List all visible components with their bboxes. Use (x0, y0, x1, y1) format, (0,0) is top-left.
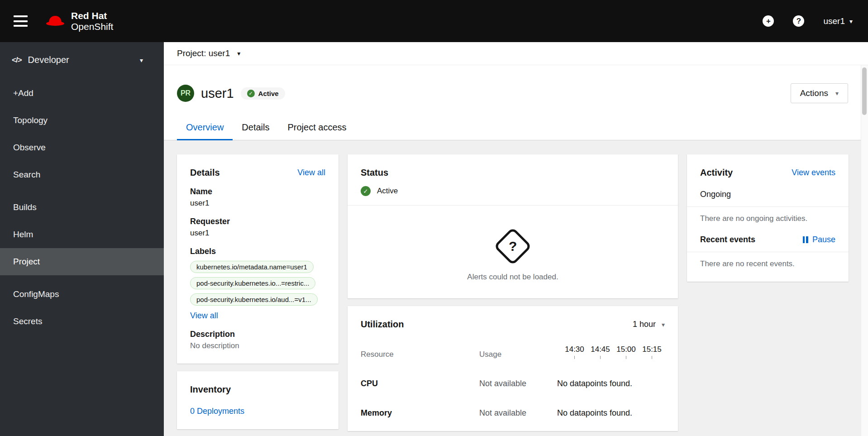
user-menu[interactable]: user1 ▾ (823, 16, 853, 26)
perspective-switcher[interactable]: </> Developer ▾ (0, 42, 164, 75)
sidebar-item-add[interactable]: +Add (0, 80, 164, 107)
resource-data: No datapoints found. (557, 408, 665, 418)
chevron-down-icon: ▾ (662, 321, 665, 328)
activity-card: Activity View events Ongoing There are n… (687, 154, 849, 282)
inventory-card: Inventory 0 Deployments (177, 371, 339, 429)
user-menu-label: user1 (823, 16, 845, 26)
overview-content: Details View all Name user1 Requester us… (164, 140, 868, 436)
brand-line2: OpenShift (71, 21, 113, 32)
utilization-card: Utilization 1 hour ▾ Resource Usage 14:3… (348, 306, 678, 431)
label-chip: kubernetes.io/metadata.name=user1 (190, 261, 314, 273)
sidebar-item-search[interactable]: Search (0, 161, 164, 188)
ongoing-title: Ongoing (700, 190, 835, 199)
redhat-openshift-logo: Red Hat OpenShift (45, 10, 113, 32)
alerts-message: Alerts could not be loaded. (467, 273, 558, 282)
scrollbar-thumb[interactable] (862, 67, 867, 115)
recent-events-row: Recent events Pause (700, 235, 835, 244)
time-tick: 14:45 (587, 345, 613, 359)
sidebar-item-helm[interactable]: Helm (0, 221, 164, 248)
sidebar-item-secrets[interactable]: Secrets (0, 308, 164, 335)
scrollbar-track[interactable] (861, 65, 868, 436)
pause-label: Pause (812, 235, 835, 244)
divider (687, 206, 849, 207)
status-card: Status ✓ Active ? (348, 154, 678, 298)
check-circle-icon: ✓ (361, 186, 371, 196)
labels-view-all-link[interactable]: View all (190, 311, 218, 321)
ongoing-empty-text: There are no ongoing activities. (700, 214, 835, 223)
details-card-title: Details (190, 168, 220, 178)
resource-usage: Not available (479, 379, 557, 388)
center-column: Status ✓ Active ? (348, 154, 678, 431)
recent-empty-text: There are no recent events. (700, 259, 835, 268)
time-tick: 14:30 (562, 345, 587, 359)
main-area: Project: user1 ▾ PR user1 ✓ Active Actio… (164, 42, 868, 436)
utilization-card-title: Utilization (361, 319, 404, 330)
deployments-link[interactable]: 0 Deployments (190, 407, 244, 416)
right-column: Activity View events Ongoing There are n… (687, 154, 849, 282)
pause-button[interactable]: Pause (803, 235, 835, 244)
help-icon[interactable]: ? (793, 15, 804, 27)
requester-label: Requester (190, 217, 325, 226)
status-value: Active (377, 187, 398, 196)
resource-usage: Not available (479, 408, 557, 418)
unknown-status-icon: ? (494, 227, 532, 266)
chevron-down-icon: ▾ (849, 18, 853, 24)
brand-line1: Red Hat (71, 10, 113, 21)
sidebar-item-topology[interactable]: Topology (0, 107, 164, 134)
perspective-label: Developer (28, 55, 69, 65)
labels-list: kubernetes.io/metadata.name=user1 pod-se… (190, 261, 325, 306)
utilization-row-memory: Memory Not available No datapoints found… (361, 408, 665, 418)
name-value: user1 (190, 199, 325, 208)
brand-text: Red Hat OpenShift (71, 10, 113, 32)
resource-data: No datapoints found. (557, 379, 665, 388)
col-usage: Usage (479, 350, 557, 359)
col-resource: Resource (361, 350, 479, 359)
chevron-down-icon: ▾ (140, 57, 143, 63)
project-selector[interactable]: Project: user1 ▾ (164, 42, 868, 65)
label-chip: pod-security.kubernetes.io/aud...=v1... (190, 293, 318, 306)
masthead-toolbar: + ? user1 ▾ (763, 15, 854, 27)
add-icon[interactable]: + (763, 15, 774, 27)
nav-toggle-button[interactable] (14, 15, 28, 27)
resource-name: Memory (361, 408, 479, 418)
code-icon: </> (12, 56, 22, 65)
requester-value: user1 (190, 229, 325, 238)
tab-project-access[interactable]: Project access (279, 117, 356, 140)
view-events-link[interactable]: View events (792, 168, 835, 177)
description-label: Description (190, 330, 325, 339)
unknown-wrap: ? (495, 228, 531, 264)
pause-icon (803, 236, 808, 243)
chevron-down-icon: ▾ (237, 50, 240, 57)
time-tick: 15:15 (639, 345, 665, 359)
title-row: PR user1 ✓ Active Actions ▾ (177, 83, 848, 103)
status-row: ✓ Active (361, 186, 665, 196)
nav-section-2: Builds Helm Project (0, 194, 164, 275)
project-selector-label: Project: user1 (177, 48, 230, 58)
nav-section-3: ConfigMaps Secrets (0, 281, 164, 335)
nav-section-1: +Add Topology Observe Search (0, 80, 164, 188)
duration-label: 1 hour (633, 320, 656, 329)
resource-name: CPU (361, 379, 479, 388)
alerts-empty-state: ? Alerts could not be loaded. (361, 206, 665, 285)
sidebar-item-builds[interactable]: Builds (0, 194, 164, 221)
tab-details[interactable]: Details (233, 117, 278, 140)
sidebar-nav: </> Developer ▾ +Add Topology Observe Se… (0, 42, 164, 436)
redhat-fedora-icon (45, 14, 66, 28)
details-view-all-link[interactable]: View all (297, 168, 325, 177)
sidebar-item-observe[interactable]: Observe (0, 134, 164, 161)
status-badge-label: Active (258, 90, 279, 97)
divider (687, 252, 849, 252)
sidebar-item-configmaps[interactable]: ConfigMaps (0, 281, 164, 308)
actions-dropdown-button[interactable]: Actions ▾ (791, 83, 848, 103)
duration-dropdown[interactable]: 1 hour ▾ (633, 320, 665, 329)
details-card: Details View all Name user1 Requester us… (177, 154, 339, 364)
utilization-row-cpu: CPU Not available No datapoints found. (361, 379, 665, 388)
sidebar-item-project[interactable]: Project (0, 248, 164, 275)
inventory-card-title: Inventory (190, 384, 231, 395)
time-axis: 14:30 14:45 15:00 15:15 (557, 345, 665, 359)
page-title: user1 (201, 86, 234, 101)
status-card-title: Status (361, 168, 388, 178)
name-label: Name (190, 187, 325, 196)
tab-overview[interactable]: Overview (177, 117, 233, 140)
time-tick: 15:00 (613, 345, 639, 359)
